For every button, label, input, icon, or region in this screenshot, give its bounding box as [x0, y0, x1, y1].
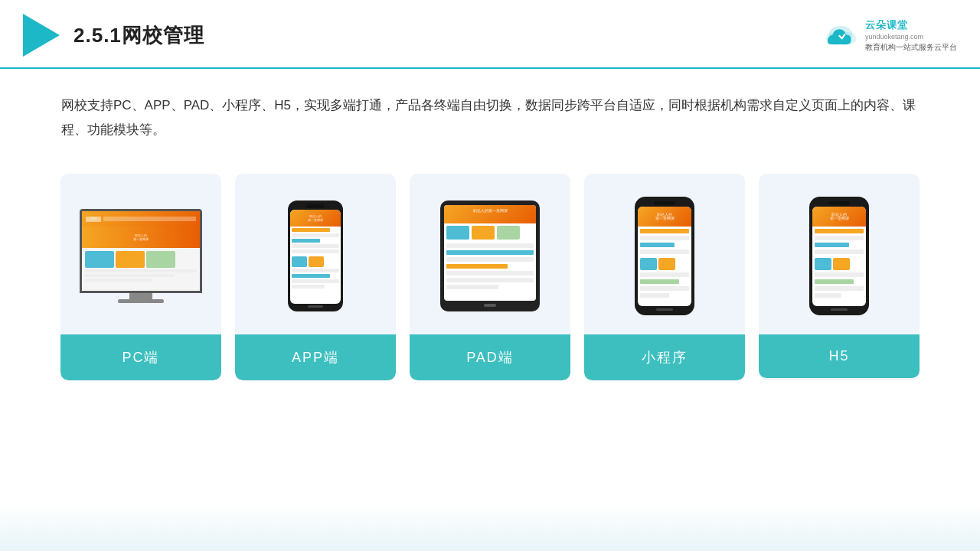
card-miniprogram: 职达人的第一堂网课	[584, 174, 745, 380]
page-title: 2.5.1网校管理	[74, 22, 204, 49]
card-pc: LOGO 职达人的第一堂网课	[60, 174, 221, 380]
pc-mockup: LOGO 职达人的第一堂网课	[80, 209, 202, 303]
card-app-image: 职达人的第一堂网课	[235, 174, 396, 334]
card-app-label: APP端	[235, 334, 396, 380]
phone-screen: 职达人的第一堂网课	[290, 210, 341, 304]
phone-large-screen-body	[638, 227, 691, 300]
phone-screen-header: 职达人的第一堂网课	[290, 210, 341, 227]
pc-base	[118, 299, 164, 303]
phone-large-screen-header: 职达人的第一堂网课	[638, 207, 691, 227]
tablet-body: 职达人的第一堂网课	[440, 201, 540, 311]
miniprogram-phone-body: 职达人的第一堂网课	[635, 197, 694, 315]
h5-phone-bottom-bar	[831, 308, 848, 311]
h5-phone-screen-header: 职达人的第一堂网课	[812, 207, 866, 227]
phone-large-screen: 职达人的第一堂网课	[638, 207, 691, 306]
brand-slogan: 教育机构一站式服务云平台	[865, 42, 957, 52]
logo-triangle-icon	[23, 14, 60, 57]
tablet-screen-header: 职达人的第一堂网课	[444, 205, 536, 223]
phone-large-notch	[654, 201, 675, 205]
pc-screen: LOGO 职达人的第一堂网课	[80, 209, 202, 293]
tablet-mockup: 职达人的第一堂网课	[440, 201, 540, 311]
h5-phone-screen: 职达人的第一堂网课	[812, 207, 866, 306]
tablet-home-button	[484, 304, 496, 307]
cards-section: LOGO 职达人的第一堂网课	[0, 158, 980, 403]
header: 2.5.1网校管理 云朵课堂 yunduoketang.com 教育机构一站式服…	[0, 0, 980, 69]
phone-large-bottom-bar	[656, 308, 673, 311]
phone-screen-body	[290, 227, 341, 290]
card-pc-image: LOGO 职达人的第一堂网课	[60, 174, 221, 334]
tablet-screen: 职达人的第一堂网课	[444, 205, 536, 301]
phone-bottom-bar	[308, 305, 323, 308]
brand-logo: 云朵课堂 yunduoketang.com 教育机构一站式服务云平台	[821, 18, 957, 52]
h5-phone-notch	[828, 201, 850, 205]
card-app: 职达人的第一堂网课	[235, 174, 396, 380]
brand-url: yunduoketang.com	[865, 32, 957, 42]
description-text: 网校支持PC、APP、PAD、小程序、H5，实现多端打通，产品各终端自由切换，数…	[0, 69, 980, 158]
card-pad: 职达人的第一堂网课	[410, 174, 570, 380]
phone-notch	[306, 204, 325, 208]
pc-screen-content: LOGO 职达人的第一堂网课	[82, 211, 200, 291]
brand-name: 云朵课堂	[865, 18, 957, 32]
card-pad-image: 职达人的第一堂网课	[410, 174, 570, 334]
tablet-screen-body	[444, 223, 536, 292]
header-left: 2.5.1网校管理	[23, 14, 204, 57]
brand-text: 云朵课堂 yunduoketang.com 教育机构一站式服务云平台	[865, 18, 957, 52]
header-right: 云朵课堂 yunduoketang.com 教育机构一站式服务云平台	[821, 18, 957, 52]
card-miniprogram-label: 小程序	[584, 334, 745, 380]
app-phone-body: 职达人的第一堂网课	[288, 201, 343, 311]
pc-stand	[129, 293, 152, 299]
h5-phone-mockup: 职达人的第一堂网课	[809, 197, 869, 315]
h5-phone-screen-body	[812, 227, 866, 300]
card-h5-image: 职达人的第一堂网课	[759, 174, 920, 334]
miniprogram-phone-mockup: 职达人的第一堂网课	[635, 197, 694, 315]
app-phone-mockup: 职达人的第一堂网课	[288, 201, 343, 311]
h5-phone-body: 职达人的第一堂网课	[809, 197, 869, 315]
card-pc-label: PC端	[60, 334, 221, 380]
cloud-icon	[821, 21, 861, 49]
bg-decoration	[0, 505, 980, 551]
card-miniprogram-image: 职达人的第一堂网课	[584, 174, 745, 334]
card-h5: 职达人的第一堂网课	[759, 174, 920, 380]
card-pad-label: PAD端	[410, 334, 570, 380]
card-h5-label: H5	[759, 334, 920, 378]
